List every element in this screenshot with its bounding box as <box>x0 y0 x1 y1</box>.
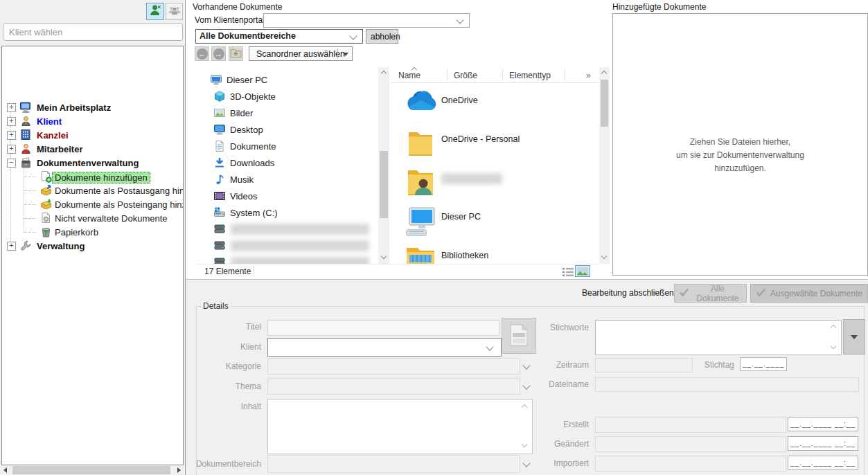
explorer-tree-item[interactable]: Videos <box>196 188 378 205</box>
up-folder-button[interactable] <box>229 46 243 61</box>
left-panel: K +Mein Arbeitsplatz+Klient+Kanzlei+Mita… <box>0 0 186 475</box>
stichtag-label: Stichtag <box>665 360 734 370</box>
stichworte-textarea[interactable] <box>595 320 842 355</box>
erstellt-input[interactable] <box>595 417 786 433</box>
file-item-label: Bibliotheken <box>441 251 488 260</box>
document-area-dropdown[interactable]: Alle Dokumentbereiche <box>195 29 363 44</box>
expand-icon[interactable]: + <box>7 145 16 154</box>
tree-item-label: Dokumentenverwaltung <box>37 158 139 168</box>
klient-dropdown[interactable] <box>267 338 502 357</box>
tree-item[interactable]: Papierkorb <box>2 226 183 239</box>
stichworte-dropdown-button[interactable] <box>843 319 865 355</box>
portal-label: Vom Klientenportal <box>195 15 265 25</box>
kategorie-dropdown[interactable] <box>267 358 520 375</box>
admin-icon <box>19 240 33 254</box>
erstellt-datetime-input[interactable]: __.__.____ __:__ <box>788 417 858 431</box>
explorer-tree-label: Dieser PC <box>227 75 267 85</box>
tree-item[interactable]: Dokumente als Postausgang hinzufüg <box>2 184 183 197</box>
column-overflow-icon[interactable]: » <box>586 71 591 80</box>
explorer-tree-item[interactable]: 3D-Objekte <box>196 89 378 105</box>
forward-button[interactable]: → <box>211 46 226 61</box>
back-button[interactable]: ← <box>195 46 209 61</box>
explorer-tree-item[interactable]: Bilder <box>196 105 378 122</box>
group-view-button[interactable] <box>166 3 183 20</box>
details-view-icon[interactable] <box>563 267 574 279</box>
titel-input[interactable] <box>267 320 499 336</box>
expand-icon[interactable]: + <box>7 117 16 126</box>
fetch-button[interactable]: abholen <box>366 29 398 44</box>
column-type[interactable]: Elementtyp <box>509 71 551 80</box>
scroll-up-icon[interactable] <box>381 71 387 76</box>
scrollbar-thumb[interactable] <box>380 151 388 218</box>
explorer-tree-item[interactable]: Dokumente <box>196 138 378 155</box>
scroll-right-icon[interactable] <box>177 467 181 473</box>
scroll-down-icon[interactable] <box>831 343 836 349</box>
tree-item[interactable]: +Klient <box>2 115 183 128</box>
geaendert-datetime-input[interactable]: __.__.____ __:__ <box>788 436 858 451</box>
explorer-tree-item[interactable] <box>196 238 378 255</box>
scrollbar-thumb[interactable] <box>601 80 608 127</box>
tree-item-label: Dokumente hinzufügen <box>52 172 150 183</box>
finish-selected-documents-button[interactable]: Ausgewählte Dokumente <box>750 284 868 303</box>
inhalt-textarea[interactable] <box>267 399 533 454</box>
tree-item[interactable]: +Kanzlei <box>2 129 183 142</box>
tree-item[interactable]: −Dokumentenverwaltung <box>2 156 183 170</box>
stichtag-date-input[interactable]: __.__.____ <box>740 357 787 371</box>
explorer-tree-item[interactable]: Desktop <box>196 122 378 138</box>
file-item[interactable]: OneDrive <box>391 90 599 129</box>
portal-dropdown[interactable] <box>263 13 470 28</box>
dropdown-arrow-icon[interactable] <box>343 53 348 56</box>
column-size[interactable]: Größe <box>454 71 477 80</box>
dms-icon <box>19 156 33 172</box>
explorer-tree-item[interactable]: Downloads <box>196 155 378 172</box>
tree-item[interactable]: Dokumente hinzufügen <box>2 170 183 183</box>
scroll-down-icon[interactable] <box>601 253 607 259</box>
importiert-input[interactable] <box>595 456 786 472</box>
redacted-label <box>231 240 369 251</box>
explorer-tree-item[interactable]: System (C:) <box>196 205 378 222</box>
file-item[interactable]: Bibliotheken <box>391 245 599 264</box>
collapse-icon[interactable]: − <box>7 159 16 168</box>
importiert-datetime-input[interactable]: __.__.____ __:__ <box>788 456 858 470</box>
scrollbar-thumb[interactable] <box>12 466 170 474</box>
thumbnails-view-icon[interactable] <box>575 265 590 279</box>
dateiname-input[interactable] <box>595 377 859 392</box>
document-dropzone[interactable]: Ziehen Sie Dateien hierher, um sie zur D… <box>612 13 868 276</box>
scroll-up-icon[interactable] <box>522 404 527 410</box>
tree-item[interactable]: Nicht verwaltete Dokumente <box>2 212 183 225</box>
scroll-down-icon[interactable] <box>381 253 387 259</box>
user-folder-icon <box>405 168 436 201</box>
tree-item[interactable]: Dokumente als Posteingang hinzufüge <box>2 198 183 211</box>
dokumentbereich-dropdown[interactable] <box>267 455 520 473</box>
button-separator <box>337 48 338 59</box>
left-horizontal-scrollbar[interactable] <box>0 465 184 475</box>
folder-up-icon <box>230 47 242 60</box>
explorer-file-list: Name Größe Elementtyp » OneDriveOneDrive… <box>391 67 599 264</box>
file-item[interactable] <box>391 168 599 206</box>
tree-item[interactable]: +Verwaltung <box>2 240 183 253</box>
thema-dropdown[interactable] <box>267 378 520 395</box>
explorer-tree-item[interactable] <box>196 255 378 264</box>
expand-icon[interactable]: + <box>7 131 16 140</box>
scroll-up-icon[interactable] <box>601 71 607 76</box>
expand-icon[interactable]: + <box>7 103 16 112</box>
folder-tree-scrollbar[interactable] <box>378 67 389 264</box>
file-item[interactable]: Dieser PC <box>391 206 599 245</box>
scroll-up-icon[interactable] <box>831 325 836 330</box>
explorer-tree-item[interactable]: Musik <box>196 172 378 188</box>
scroll-left-icon[interactable] <box>3 467 7 473</box>
file-list-scrollbar[interactable] <box>599 67 610 264</box>
client-view-button[interactable]: K <box>146 3 164 20</box>
geaendert-input[interactable] <box>595 436 786 452</box>
column-name[interactable]: Name <box>398 71 420 80</box>
finish-all-documents-button[interactable]: Alle Dokumente <box>674 284 747 303</box>
client-filter-input[interactable] <box>3 23 183 41</box>
file-item[interactable]: OneDrive - Personal <box>391 129 599 168</box>
explorer-tree-item[interactable]: Dieser PC <box>196 72 378 89</box>
tree-item-label: Dokumente als Postausgang hinzufüg <box>55 186 184 196</box>
expand-icon[interactable]: + <box>7 242 16 251</box>
explorer-tree-item[interactable] <box>196 222 378 238</box>
doc-add-icon <box>39 170 53 185</box>
tree-item[interactable]: +Mein Arbeitsplatz <box>2 101 183 114</box>
tree-item[interactable]: +Mitarbeiter <box>2 143 183 156</box>
